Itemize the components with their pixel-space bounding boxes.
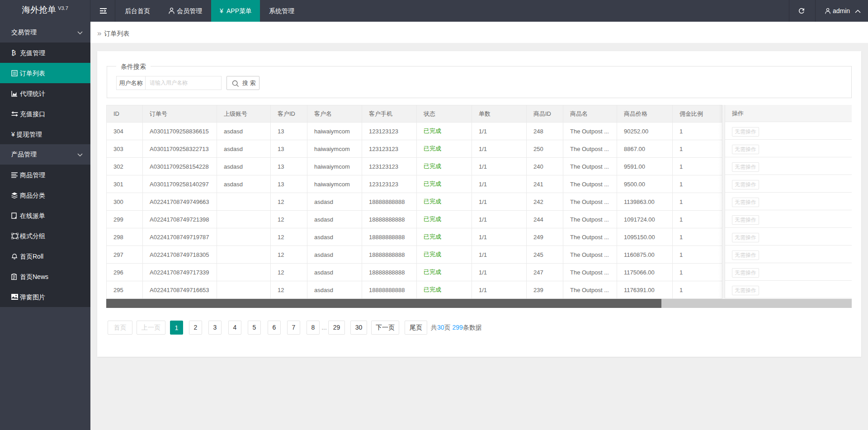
svg-text:₿: ₿ xyxy=(11,50,16,56)
